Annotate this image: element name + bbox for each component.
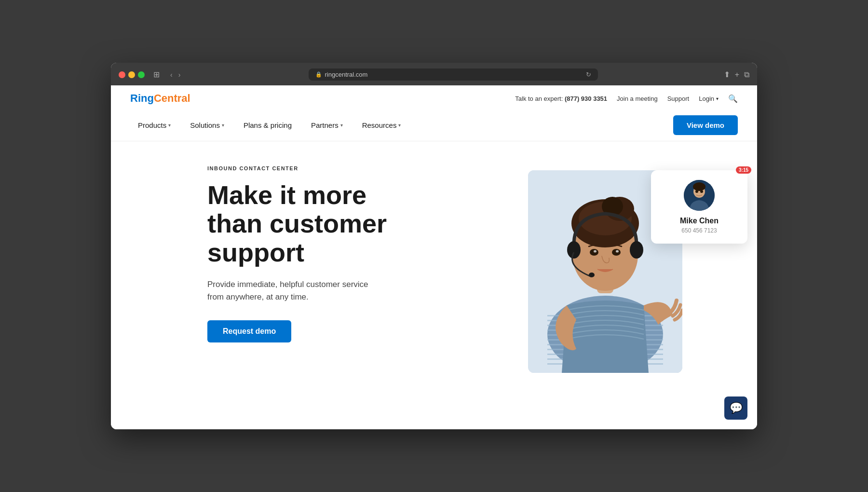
hero-title: Make it more than customer support (207, 181, 473, 267)
svg-point-24 (630, 241, 643, 259)
tabs-button[interactable]: ⧉ (744, 70, 749, 79)
caller-avatar (684, 180, 715, 211)
logo-central: Central (154, 92, 190, 105)
chevron-down-icon: ▾ (340, 123, 343, 128)
caller-number: 650 456 7123 (663, 227, 736, 234)
svg-point-23 (567, 241, 581, 259)
expert-phone[interactable]: (877) 930 3351 (565, 95, 607, 102)
svg-point-25 (589, 273, 595, 277)
expert-text: Talk to an expert: (877) 930 3351 (515, 95, 607, 102)
login-button[interactable]: Login ▾ (699, 95, 719, 102)
view-demo-button[interactable]: View demo (673, 115, 738, 135)
chat-icon: 💬 (730, 402, 743, 414)
call-card: 3:15 (651, 170, 747, 244)
search-button[interactable]: 🔍 (728, 94, 738, 103)
logo-ring: Ring (130, 92, 154, 105)
chat-widget[interactable]: 💬 (724, 396, 747, 420)
sidebar-toggle-button[interactable]: ⊞ (150, 69, 163, 80)
nav-item-solutions[interactable]: Solutions ▾ (182, 118, 232, 132)
chevron-down-icon: ▾ (398, 123, 401, 128)
svg-point-20 (612, 249, 621, 256)
nav-item-partners[interactable]: Partners ▾ (303, 118, 351, 132)
caller-name: Mike Chen (663, 217, 736, 225)
browser-actions: ⬆ + ⧉ (724, 70, 749, 79)
svg-point-30 (700, 190, 703, 193)
site-navigation: Products ▾ Solutions ▾ Plans & pricing P… (130, 109, 738, 141)
maximize-button[interactable] (138, 71, 145, 78)
hero-subtitle: Provide immediate, helpful customer serv… (207, 278, 473, 303)
url-text: ringcentral.com (325, 71, 368, 78)
nav-item-resources[interactable]: Resources ▾ (354, 118, 409, 132)
request-demo-button[interactable]: Request demo (207, 320, 291, 342)
hero-tag: INBOUND CONTACT CENTER (207, 165, 473, 171)
refresh-button[interactable]: ↻ (586, 71, 591, 78)
svg-point-29 (695, 190, 698, 193)
header-top: Ring Central Talk to an expert: (877) 93… (130, 85, 738, 109)
new-tab-button[interactable]: + (735, 70, 739, 79)
chevron-down-icon: ▾ (168, 123, 171, 128)
nav-item-plans[interactable]: Plans & pricing (236, 118, 299, 132)
website-content: Ring Central Talk to an expert: (877) 93… (111, 85, 757, 429)
nav-arrows: ‹ › (168, 70, 182, 80)
close-button[interactable] (119, 71, 125, 78)
support-link[interactable]: Support (667, 95, 690, 102)
hero-section: INBOUND CONTACT CENTER Make it more than… (111, 141, 757, 392)
lock-icon: 🔒 (315, 71, 322, 78)
join-meeting-link[interactable]: Join a meeting (617, 95, 658, 102)
header-right: Talk to an expert: (877) 930 3351 Join a… (515, 94, 738, 103)
back-button[interactable]: ‹ (168, 70, 175, 80)
traffic-lights (119, 71, 145, 78)
svg-point-19 (590, 249, 598, 256)
chevron-down-icon: ▾ (716, 96, 719, 101)
share-button[interactable]: ⬆ (724, 70, 730, 79)
forward-button[interactable]: › (176, 70, 183, 80)
site-header: Ring Central Talk to an expert: (877) 93… (111, 85, 757, 141)
svg-point-22 (616, 250, 619, 253)
nav-item-products[interactable]: Products ▾ (130, 118, 178, 132)
call-duration-badge: 3:15 (736, 166, 751, 174)
svg-point-21 (594, 250, 597, 253)
address-bar[interactable]: 🔒 ringcentral.com ↻ (309, 68, 598, 81)
hero-visual: 3:15 (473, 161, 738, 373)
browser-chrome: ⊞ ‹ › 🔒 ringcentral.com ↻ ⬆ + ⧉ (111, 63, 757, 85)
svg-point-28 (693, 182, 705, 191)
logo[interactable]: Ring Central (130, 92, 190, 105)
minimize-button[interactable] (128, 71, 135, 78)
chevron-down-icon: ▾ (222, 123, 224, 128)
browser-window: ⊞ ‹ › 🔒 ringcentral.com ↻ ⬆ + ⧉ Ring (111, 63, 757, 429)
address-bar-container: 🔒 ringcentral.com ↻ (188, 68, 718, 81)
hero-content: INBOUND CONTACT CENTER Make it more than… (207, 161, 473, 373)
